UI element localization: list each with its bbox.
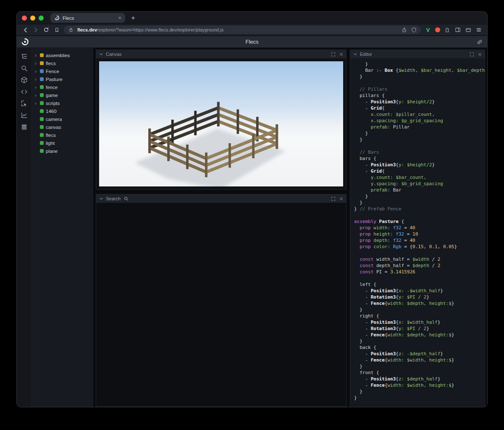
entity-tree: › assemblies › flecs › Fence › Pasture ›…: [32, 48, 93, 407]
zoom-window-button[interactable]: [39, 16, 44, 21]
code-line: }: [354, 199, 485, 206]
code-line: [354, 401, 485, 407]
tree-icon[interactable]: [21, 53, 28, 60]
search-icon: [124, 197, 129, 201]
expand-arrow-icon[interactable]: ›: [35, 53, 38, 58]
code-line: }: [354, 307, 485, 313]
expand-arrow-icon[interactable]: ›: [35, 69, 38, 74]
code-line: - Grid{: [354, 105, 485, 111]
stats-icon[interactable]: [21, 123, 28, 131]
expand-arrow-icon[interactable]: ›: [35, 101, 38, 106]
viewport-scene: [99, 61, 343, 186]
code-line: right {: [354, 313, 485, 319]
entity-kind-icon: [40, 117, 44, 121]
minimize-window-button[interactable]: [30, 16, 35, 21]
tree-item[interactable]: › 1460: [32, 107, 93, 115]
expand-panel-icon[interactable]: [331, 197, 336, 201]
tree-item-label: flecs: [46, 133, 56, 138]
tree-item[interactable]: › scripts: [32, 99, 93, 107]
editor-panel-title: Editor: [360, 52, 372, 57]
address-bar[interactable]: flecs.dev/explorer/?wasm=https://www.fle…: [64, 26, 421, 34]
tab-close-icon[interactable]: ×: [118, 15, 121, 21]
code-line: - Grid{: [354, 168, 485, 174]
tree-item[interactable]: › camera: [32, 115, 93, 123]
collapse-chevron-icon[interactable]: [99, 52, 103, 56]
tool-rail: [17, 48, 32, 407]
window-controls: [22, 16, 44, 21]
code-line: x.spacing: $p_grid_spacing: [354, 118, 485, 124]
browser-tab[interactable]: Flecs ×: [50, 13, 125, 23]
extensions-puzzle-icon[interactable]: [444, 26, 451, 33]
inspect-icon[interactable]: [21, 100, 28, 107]
code-line: bars {: [354, 155, 485, 162]
tree-item-label: plane: [46, 149, 58, 154]
desktop-background: Flecs × + flecs.dev/explor: [0, 0, 504, 430]
search-results-area[interactable]: [96, 203, 346, 406]
collapse-chevron-icon[interactable]: [99, 197, 103, 201]
expand-panel-icon[interactable]: [470, 52, 474, 57]
close-window-button[interactable]: [22, 16, 27, 21]
cube-icon[interactable]: [21, 76, 28, 84]
code-line: }: [354, 136, 485, 143]
code-line: }: [354, 193, 485, 199]
expand-arrow-icon[interactable]: ›: [35, 77, 38, 82]
search-panel-header: Search: [96, 194, 346, 203]
share-icon[interactable]: [401, 26, 407, 33]
code-line: left {: [354, 281, 485, 288]
tree-item[interactable]: › plane: [32, 147, 93, 155]
bookmark-icon[interactable]: [53, 26, 60, 33]
tree-item[interactable]: › game: [32, 91, 93, 99]
chart-icon[interactable]: [21, 112, 28, 119]
shield-icon[interactable]: [410, 26, 417, 33]
entity-kind-icon: [40, 125, 44, 129]
tree-item-label: flecs: [46, 61, 56, 66]
editor-panel-header: Editor: [350, 50, 485, 58]
flecs-logo-icon[interactable]: [21, 38, 29, 46]
expand-arrow-icon[interactable]: ›: [35, 61, 38, 66]
browser-toolbar: flecs.dev/explorer/?wasm=https://www.fle…: [17, 24, 487, 36]
code-line: - Fence{width: $width, height:$}: [354, 357, 485, 363]
back-icon[interactable]: [22, 26, 29, 33]
extension-dot-icon[interactable]: [435, 27, 440, 32]
editor-code[interactable]: } Bar :- Box {$width, $bar_height, $bar_…: [350, 58, 485, 407]
code-line: pillars {: [354, 92, 485, 99]
code-line: }: [354, 73, 485, 80]
editor-panel: Editor } Bar :- Box {$width, $bar_height…: [350, 50, 485, 407]
collapse-chevron-icon[interactable]: [353, 52, 357, 56]
code-line: - Position3{y: $height/2}: [354, 162, 485, 168]
code-line: prop height: f32 = 10: [354, 231, 485, 237]
close-panel-icon[interactable]: [339, 52, 343, 56]
tree-item[interactable]: › assemblies: [32, 51, 93, 59]
url-host: flecs.dev: [77, 27, 97, 32]
expand-arrow-icon[interactable]: ›: [35, 85, 38, 90]
code-line: [354, 275, 485, 281]
expand-arrow-icon[interactable]: ›: [35, 93, 38, 98]
wallet-icon[interactable]: [465, 26, 472, 33]
tree-item[interactable]: › light: [32, 139, 93, 147]
menu-icon[interactable]: [475, 26, 482, 33]
share-link-icon[interactable]: [476, 39, 483, 45]
tree-item[interactable]: › Fence: [32, 67, 93, 75]
reload-icon[interactable]: [43, 26, 50, 33]
tree-item[interactable]: › flecs: [32, 59, 93, 67]
canvas-panel-title: Canvas: [106, 52, 121, 57]
search-icon[interactable]: [21, 65, 28, 72]
side-panel-icon[interactable]: [454, 26, 461, 33]
tree-item[interactable]: › fence: [32, 83, 93, 91]
tree-item[interactable]: › canvas: [32, 123, 93, 131]
url-path: /explorer/?wasm=https://www.flecs.dev/ex…: [97, 27, 223, 32]
code-line: prop depth: f32 = 40: [354, 237, 485, 244]
code-icon[interactable]: [21, 88, 28, 95]
close-panel-icon[interactable]: [478, 52, 482, 56]
code-line: prefab: Bar: [354, 187, 485, 193]
entity-kind-icon: [40, 61, 44, 65]
vpn-v-icon[interactable]: V: [425, 26, 431, 33]
tree-item[interactable]: › Pasture: [32, 75, 93, 83]
entity-kind-icon: [40, 141, 44, 145]
forward-icon[interactable]: [32, 26, 39, 33]
expand-panel-icon[interactable]: [331, 52, 336, 57]
new-tab-button[interactable]: +: [131, 14, 135, 22]
close-panel-icon[interactable]: [339, 197, 343, 201]
canvas-viewport[interactable]: [99, 61, 343, 186]
tree-item[interactable]: › flecs: [32, 131, 93, 139]
